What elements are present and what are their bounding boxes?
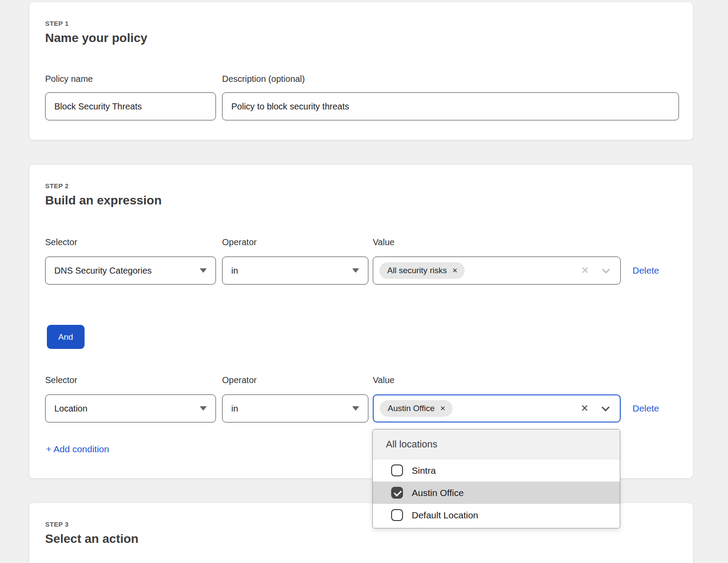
operator-select-value: in [231,404,238,414]
selector-select[interactable]: DNS Security Categories [45,257,216,285]
and-button[interactable]: And [47,325,85,349]
operator-select[interactable]: in [222,394,368,422]
add-condition-link[interactable]: + Add condition [46,442,109,456]
description-label: Description (optional) [222,74,305,84]
clear-all-icon[interactable]: ✕ [581,403,589,414]
dropdown-option-default-location[interactable]: Default Location [373,504,620,526]
caret-down-icon [200,268,207,273]
locations-dropdown: All locations Sintra Austin Office Defau… [372,429,620,528]
dropdown-option-sintra[interactable]: Sintra [373,459,620,482]
policy-name-input[interactable] [45,92,216,120]
dropdown-option-austin-office[interactable]: Austin Office [373,482,620,504]
step3-label: STEP 3 [45,521,69,528]
description-input[interactable] [222,92,679,120]
remove-tag-icon[interactable]: ✕ [452,267,458,274]
operator-label: Operator [222,237,257,247]
operator-select-value: in [231,266,238,276]
step2-title: Build an expression [45,194,162,208]
value-tag-label: Austin Office [388,404,435,413]
checkbox[interactable] [391,509,403,521]
delete-condition-button[interactable]: Delete [633,394,659,422]
caret-down-icon [352,406,359,411]
operator-label: Operator [222,375,257,385]
chevron-down-icon[interactable] [602,265,610,273]
selector-select-value: DNS Security Categories [54,266,152,276]
step2-label: STEP 2 [45,182,69,190]
checkbox[interactable] [391,487,403,499]
value-tag-label: All security risks [387,266,447,275]
delete-condition-button[interactable]: Delete [633,257,659,285]
dropdown-header: All locations [373,429,620,459]
clear-all-icon[interactable]: ✕ [581,265,589,276]
remove-tag-icon[interactable]: ✕ [440,405,445,412]
selector-select-value: Location [54,404,88,414]
step1-label: STEP 1 [45,20,69,27]
selector-label: Selector [45,237,77,247]
policy-name-label: Policy name [45,74,93,84]
value-tag: All security risks ✕ [379,262,465,279]
checkbox[interactable] [391,464,403,476]
caret-down-icon [200,406,207,411]
step1-card: STEP 1 Name your policy Policy name Desc… [29,2,693,140]
dropdown-option-label: Austin Office [412,488,464,498]
value-multiselect[interactable]: Austin Office ✕ ✕ [373,394,621,422]
caret-down-icon [352,268,359,273]
value-tag: Austin Office ✕ [380,400,452,417]
value-label: Value [373,237,395,247]
selector-select[interactable]: Location [45,394,216,422]
operator-select[interactable]: in [222,257,368,285]
step3-title: Select an action [45,532,138,546]
dropdown-option-label: Default Location [412,510,478,521]
value-multiselect[interactable]: All security risks ✕ ✕ [373,257,621,285]
chevron-down-icon[interactable] [601,403,609,411]
selector-label: Selector [45,375,77,385]
value-label: Value [373,375,395,385]
policy-builder-page: STEP 1 Name your policy Policy name Desc… [0,0,728,563]
step1-title: Name your policy [45,31,147,45]
dropdown-option-label: Sintra [412,465,436,476]
